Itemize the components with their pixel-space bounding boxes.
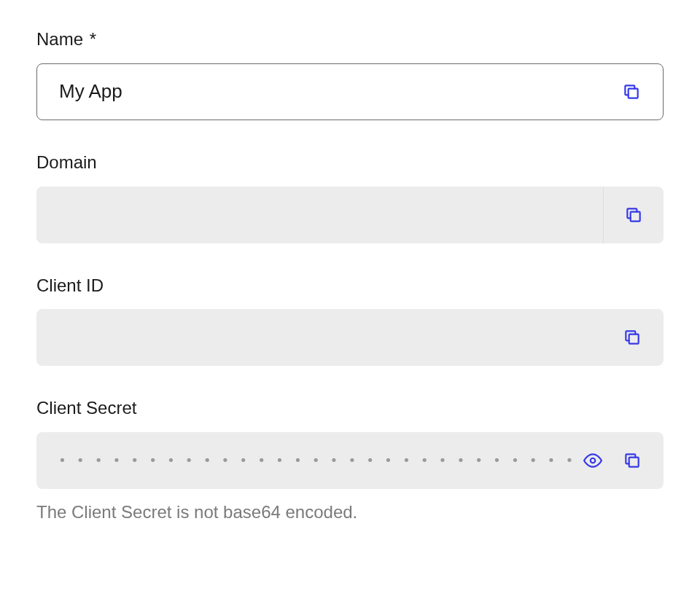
domain-input-wrapper [36,187,664,243]
client-id-input [36,309,617,366]
copy-icon [623,451,642,470]
name-label-text: Name [36,29,83,49]
client-id-label: Client ID [36,275,664,297]
domain-label: Domain [36,152,664,173]
svg-rect-0 [629,88,638,98]
domain-label-text: Domain [36,152,97,172]
client-secret-label-text: Client Secret [36,398,136,418]
copy-icon [623,328,642,347]
client-id-label-text: Client ID [36,275,104,295]
domain-input [36,187,603,243]
svg-point-3 [591,458,596,463]
domain-copy-button[interactable] [618,200,649,230]
name-input[interactable] [37,64,616,120]
client-id-actions [617,309,664,366]
client-secret-field-group: Client Secret ••••••••••••••••••••••••••… [36,398,664,522]
eye-icon [583,451,602,470]
svg-rect-2 [629,334,639,344]
name-field-group: Name * [36,29,664,120]
copy-icon [624,205,643,224]
name-copy-button[interactable] [616,77,647,107]
name-input-wrapper [36,63,664,120]
domain-actions [603,187,664,243]
svg-rect-4 [629,458,639,467]
client-id-field-group: Client ID [36,275,664,367]
domain-field-group: Domain [36,152,664,243]
client-secret-actions [578,432,664,489]
required-marker: * [90,29,96,49]
client-secret-copy-button[interactable] [617,445,648,476]
client-secret-label: Client Secret [36,398,664,419]
client-secret-helper: The Client Secret is not base64 encoded. [36,502,664,522]
client-id-copy-button[interactable] [617,322,648,353]
client-secret-masked: ••••••••••••••••••••••••••••••••••••••• [36,454,578,467]
client-secret-input-wrapper: ••••••••••••••••••••••••••••••••••••••• [36,432,664,489]
name-label: Name * [36,29,664,50]
client-secret-reveal-button[interactable] [578,445,608,476]
svg-rect-1 [631,211,640,221]
client-id-input-wrapper [36,309,664,366]
name-actions [616,64,663,120]
copy-icon [622,82,641,101]
